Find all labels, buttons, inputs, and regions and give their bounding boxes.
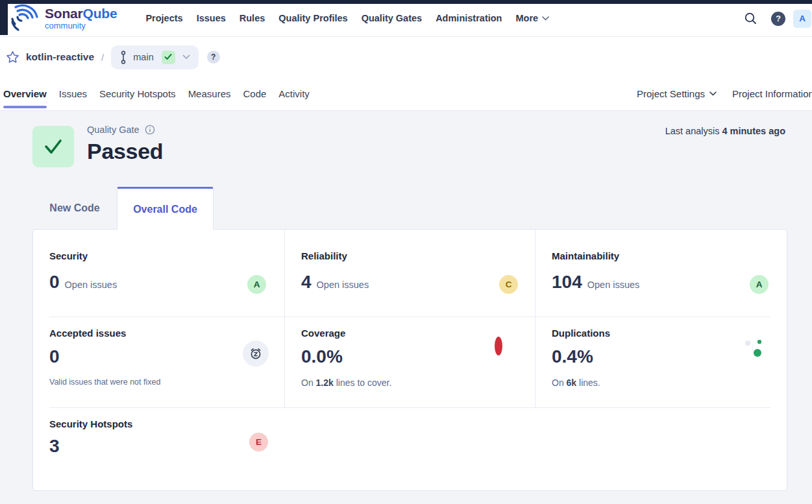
nav-item-quality-gates[interactable]: Quality Gates (362, 13, 422, 23)
overview-content: Quality Gate Passed Last analysis 4 minu… (0, 110, 812, 504)
project-information-button[interactable]: Project Information (732, 77, 812, 110)
sonar-wave-icon (10, 4, 40, 32)
maintainability-value: 104 (552, 272, 582, 293)
tab-overall-code[interactable]: Overall Code (117, 187, 214, 230)
sonarqube-logo[interactable]: SonarQube community (10, 4, 117, 32)
quality-gate-block: Quality Gate Passed (87, 125, 163, 164)
project-settings-menu[interactable]: Project Settings (637, 77, 717, 110)
branch-help-icon[interactable]: ? (207, 51, 220, 64)
project-information-label: Project Information (732, 88, 812, 99)
help-icon: ? (771, 12, 785, 26)
nav-item-more[interactable]: More (515, 13, 549, 23)
last-analysis: Last analysis 4 minutes ago (665, 126, 785, 136)
breadcrumb-separator: / (101, 52, 104, 63)
maintainability-unit: Open issues (587, 280, 640, 290)
accepted-issues-value: 0 (49, 346, 60, 367)
chevron-down-icon (542, 16, 549, 21)
code-scope-tabs: New Code Overall Code (32, 187, 214, 230)
duplications-note: On 6k lines. (552, 378, 787, 388)
overall-code-card: Security 0 Open issues A Reliability 4 O… (32, 229, 787, 491)
reliability-metric: Reliability 4 Open issues C (284, 230, 535, 317)
security-title: Security (49, 250, 284, 261)
coverage-value-link[interactable]: 0.0% (301, 346, 343, 367)
nav-more-label: More (515, 13, 538, 23)
security-hotspots-rating-badge[interactable]: E (249, 433, 268, 451)
nav-item-projects[interactable]: Projects (145, 13, 182, 23)
top-navbar: SonarQube community Projects Issues Rule… (0, 0, 812, 37)
coverage-note-lines: 1.2k (316, 378, 334, 388)
reliability-value-link[interactable]: 4 Open issues (301, 272, 369, 293)
search-button[interactable] (744, 0, 757, 37)
quality-gate-status: Passed (87, 139, 163, 164)
last-analysis-label: Last analysis (665, 126, 720, 136)
branch-icon (119, 50, 127, 65)
tab-issues[interactable]: Issues (59, 77, 87, 110)
duplications-title: Duplications (552, 328, 787, 339)
help-button[interactable]: ? (771, 0, 785, 37)
metrics-row-1: Security 0 Open issues A Reliability 4 O… (33, 230, 787, 317)
maintainability-value-link[interactable]: 104 Open issues (552, 272, 639, 293)
user-menu[interactable]: A (793, 0, 811, 37)
maintainability-metric: Maintainability 104 Open issues A (535, 230, 787, 317)
duplications-value-link[interactable]: 0.4% (552, 346, 593, 367)
duplications-note-prefix: On (552, 378, 564, 388)
nav-item-administration[interactable]: Administration (436, 13, 502, 23)
security-metric: Security 0 Open issues A (33, 230, 284, 317)
nav-item-issues[interactable]: Issues (197, 13, 226, 23)
security-hotspots-value: 3 (49, 436, 60, 457)
last-analysis-value: 4 minutes ago (722, 126, 786, 136)
tab-overview[interactable]: Overview (3, 77, 47, 110)
security-rating-badge[interactable]: A (247, 275, 266, 294)
security-value: 0 (49, 272, 60, 293)
tab-new-code[interactable]: New Code (32, 187, 117, 229)
metrics-row-3: Security Hotspots 3 E (33, 408, 787, 491)
favorite-star-icon[interactable] (6, 51, 19, 64)
maintainability-title: Maintainability (552, 250, 787, 261)
quality-gate-label: Quality Gate (87, 125, 140, 135)
duplications-note-suffix: lines. (579, 378, 600, 388)
nav-item-rules[interactable]: Rules (240, 13, 265, 23)
branch-selector[interactable]: main (111, 45, 198, 69)
brand-qube: Qube (83, 6, 117, 21)
coverage-value: 0.0% (301, 346, 343, 367)
reliability-value: 4 (301, 272, 312, 293)
coverage-note-suffix: lines to cover. (336, 378, 392, 388)
coverage-ring-icon (495, 341, 502, 352)
tab-measures[interactable]: Measures (188, 77, 231, 110)
reliability-title: Reliability (301, 250, 535, 261)
screenshot-left-edge (0, 0, 8, 35)
brand-community: community (45, 21, 117, 30)
project-settings-label: Project Settings (637, 88, 705, 99)
branch-name: main (133, 52, 153, 62)
snooze-clock-icon (243, 341, 269, 366)
tab-code[interactable]: Code (243, 77, 266, 110)
security-hotspots-title: Security Hotspots (49, 418, 787, 429)
reliability-unit: Open issues (317, 280, 369, 290)
accepted-issues-value-link[interactable]: 0 (49, 346, 60, 367)
search-icon (744, 12, 757, 25)
main-nav: Projects Issues Rules Quality Profiles Q… (145, 13, 549, 23)
tab-activity[interactable]: Activity (278, 77, 310, 110)
new-code-label: New Code (49, 202, 99, 214)
security-hotspots-value-link[interactable]: 3 (49, 436, 60, 457)
tab-security-hotspots[interactable]: Security Hotspots (99, 77, 176, 110)
security-value-link[interactable]: 0 Open issues (49, 272, 117, 293)
duplications-value: 0.4% (552, 346, 593, 367)
avatar: A (793, 10, 811, 28)
accepted-issues-metric: Accepted issues 0 Valid issues that were… (33, 317, 284, 407)
reliability-rating-badge[interactable]: C (499, 275, 518, 294)
accepted-issues-title: Accepted issues (49, 328, 284, 339)
chevron-down-icon (709, 91, 717, 96)
coverage-note: On 1.2k lines to cover. (301, 378, 535, 388)
nav-item-quality-profiles[interactable]: Quality Profiles (278, 13, 347, 23)
duplications-note-lines: 6k (567, 378, 577, 388)
project-name[interactable]: kotlin-reactive (26, 51, 94, 63)
brand-text: SonarQube community (45, 6, 117, 30)
info-icon[interactable] (145, 125, 155, 135)
screenshot-top-edge (0, 0, 812, 4)
maintainability-rating-badge[interactable]: A (750, 275, 769, 294)
branch-status-passed-icon (162, 51, 175, 64)
breadcrumb: kotlin-reactive / main ? (0, 37, 812, 77)
accepted-issues-note: Valid issues that were not fixed (49, 378, 284, 387)
security-unit: Open issues (65, 280, 117, 290)
